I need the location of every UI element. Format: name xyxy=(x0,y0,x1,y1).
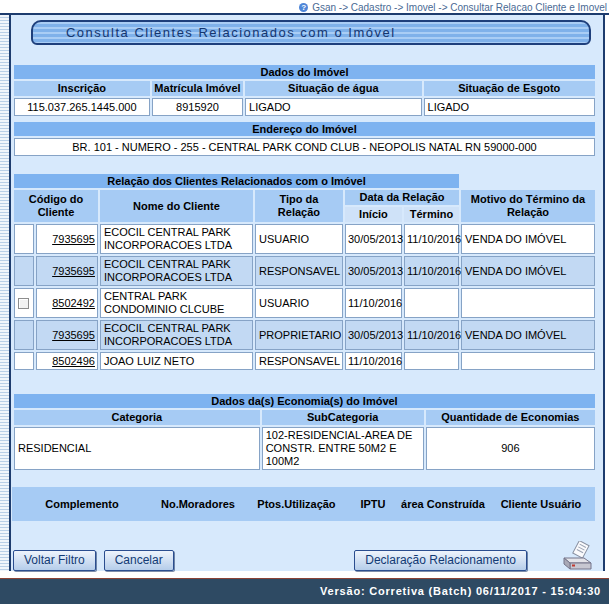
relation-end: 11/10/2016 xyxy=(404,320,459,350)
relacao-clientes-table: Relação dos Clientes Relacionados com o … xyxy=(12,172,597,372)
client-checkbox[interactable] xyxy=(18,298,29,309)
client-code-link[interactable]: 8502492 xyxy=(52,297,95,309)
endereco-title: Endereço do Imóvel xyxy=(14,122,595,136)
col-matricula: Matrícula Imóvel xyxy=(152,81,243,96)
page-title-bar: Consulta Clientes Relacionados com o Imó… xyxy=(31,20,591,45)
action-bar: Voltar Filtro Cancelar Declaração Relaci… xyxy=(12,544,595,576)
situacao-agua-value: LIGADO xyxy=(245,98,421,116)
relation-start: 11/10/2016 xyxy=(345,288,402,318)
col-codigo-cliente: Código do Cliente xyxy=(14,190,98,222)
dados-imovel-title: Dados do Imóvel xyxy=(14,65,595,79)
col-inscricao: Inscrição xyxy=(14,81,150,96)
breadcrumb-bar: ? Gsan -> Cadastro -> Imovel -> Consulta… xyxy=(0,0,609,13)
relacao-title: Relação dos Clientes Relacionados com o … xyxy=(14,174,459,188)
subcategoria-value: 102-RESIDENCIAL-AREA DE CONSTR. ENTRE 50… xyxy=(262,427,424,470)
client-code-link[interactable]: 7935695 xyxy=(52,329,95,341)
row-checkbox-cell xyxy=(14,320,34,350)
table-row: 7935695 ECOCIL CENTRAL PARK INCORPORACOE… xyxy=(14,320,595,350)
client-name: CENTRAL PARK CONDOMINIO CLCUBE xyxy=(100,288,253,318)
relation-end xyxy=(404,352,459,370)
col-quantidade-economias: Quantidade de Economias xyxy=(426,410,595,425)
relation-end-reason xyxy=(461,352,595,370)
row-checkbox-cell xyxy=(14,256,34,286)
row-checkbox-cell xyxy=(14,352,34,370)
col-data-relacao: Data da Relação xyxy=(345,190,459,205)
relation-start: 30/05/2013 xyxy=(345,256,402,286)
breadcrumb[interactable]: Gsan -> Cadastro -> Imovel -> Consultar … xyxy=(312,2,607,13)
relacao-title-spacer xyxy=(461,174,595,188)
col-iptu: IPTU xyxy=(349,498,397,510)
table-row: 7935695 ECOCIL CENTRAL PARK INCORPORACOE… xyxy=(14,256,595,286)
table-row: 8502496 JOAO LUIZ NETO RESPONSAVEL 11/10… xyxy=(14,352,595,370)
left-stripe-decoration xyxy=(0,15,9,571)
client-name: ECOCIL CENTRAL PARK INCORPORACOES LTDA xyxy=(100,224,253,254)
col-termino: Término xyxy=(404,207,459,222)
col-motivo-termino: Motivo do Término da Relação xyxy=(461,190,595,222)
col-nome-cliente: Nome do Cliente xyxy=(100,190,253,222)
categoria-value: RESIDENCIAL xyxy=(14,427,260,470)
relation-type: PROPRIETARIO xyxy=(255,320,343,350)
relation-start: 30/05/2013 xyxy=(345,224,402,254)
relation-start: 11/10/2016 xyxy=(345,352,402,370)
col-ptos-utilizacao: Ptos.Utilização xyxy=(244,498,349,510)
client-name: JOAO LUIZ NETO xyxy=(100,352,253,370)
client-code-link[interactable]: 8502496 xyxy=(52,355,95,367)
quantidade-value: 906 xyxy=(426,427,595,470)
table-row: 8502492 CENTRAL PARK CONDOMINIO CLCUBE U… xyxy=(14,288,595,318)
row-checkbox-cell xyxy=(14,224,34,254)
inscricao-value: 115.037.265.1445.000 xyxy=(14,98,150,116)
dados-imovel-table: Dados do Imóvel Inscrição Matrícula Imóv… xyxy=(12,63,597,118)
economias-title: Dados da(s) Economia(s) do Imóvel xyxy=(14,394,595,408)
printer-icon[interactable] xyxy=(557,541,595,573)
gsan-window: ? Gsan -> Cadastro -> Imovel -> Consulta… xyxy=(0,0,609,604)
version-bar: Versão: Corretiva (Batch) 06/11/2017 - 1… xyxy=(0,579,609,604)
situacao-esgoto-value: LIGADO xyxy=(424,98,595,116)
col-categoria: Categoria xyxy=(14,410,260,425)
col-complemento: Complemento xyxy=(12,498,152,510)
client-code-link[interactable]: 7935695 xyxy=(52,265,95,277)
relation-type: USUARIO xyxy=(255,288,343,318)
page-content: Consulta Clientes Relacionados com o Imó… xyxy=(9,15,605,571)
relation-end: 11/10/2016 xyxy=(404,224,459,254)
economia-detail-header: Complemento No.Moradores Ptos.Utilização… xyxy=(12,487,595,521)
relation-type: USUARIO xyxy=(255,224,343,254)
relation-end-reason xyxy=(461,288,595,318)
relation-type: RESPONSAVEL xyxy=(255,256,343,286)
version-text: Versão: Corretiva (Batch) 06/11/2017 - 1… xyxy=(320,585,601,597)
relation-end xyxy=(404,288,459,318)
client-name: ECOCIL CENTRAL PARK INCORPORACOES LTDA xyxy=(100,320,253,350)
declaracao-relacionamento-button[interactable]: Declaração Relacionamento xyxy=(354,550,527,571)
col-inicio: Início xyxy=(345,207,402,222)
endereco-table: Endereço do Imóvel BR. 101 - NUMERO - 25… xyxy=(12,120,597,158)
relation-end: 11/10/2016 xyxy=(404,256,459,286)
col-cliente-usuario: Cliente Usuário xyxy=(489,498,593,510)
col-situacao-esgoto: Situação de Esgoto xyxy=(424,81,595,96)
table-row: 7935695 ECOCIL CENTRAL PARK INCORPORACOE… xyxy=(14,224,595,254)
economias-table: Dados da(s) Economia(s) do Imóvel Catego… xyxy=(12,392,597,472)
help-icon[interactable]: ? xyxy=(299,3,308,12)
endereco-value: BR. 101 - NUMERO - 255 - CENTRAL PARK CO… xyxy=(14,138,595,156)
relation-end-reason: VENDA DO IMÓVEL xyxy=(461,256,595,286)
relation-end-reason: VENDA DO IMÓVEL xyxy=(461,320,595,350)
col-moradores: No.Moradores xyxy=(152,498,244,510)
col-area-construida: área Construída xyxy=(397,498,489,510)
client-code-link[interactable]: 7935695 xyxy=(52,233,95,245)
matricula-value: 8915920 xyxy=(152,98,243,116)
row-checkbox-cell xyxy=(14,288,34,318)
col-subcategoria: SubCategoria xyxy=(262,410,424,425)
relation-type: RESPONSAVEL xyxy=(255,352,343,370)
page-title: Consulta Clientes Relacionados com o Imó… xyxy=(66,25,396,40)
relation-end-reason: VENDA DO IMÓVEL xyxy=(461,224,595,254)
voltar-filtro-button[interactable]: Voltar Filtro xyxy=(13,550,96,571)
col-tipo-relacao: Tipo da Relação xyxy=(255,190,343,222)
cancelar-button[interactable]: Cancelar xyxy=(104,550,174,571)
col-situacao-agua: Situação de água xyxy=(245,81,421,96)
relation-start: 30/05/2013 xyxy=(345,320,402,350)
client-name: ECOCIL CENTRAL PARK INCORPORACOES LTDA xyxy=(100,256,253,286)
